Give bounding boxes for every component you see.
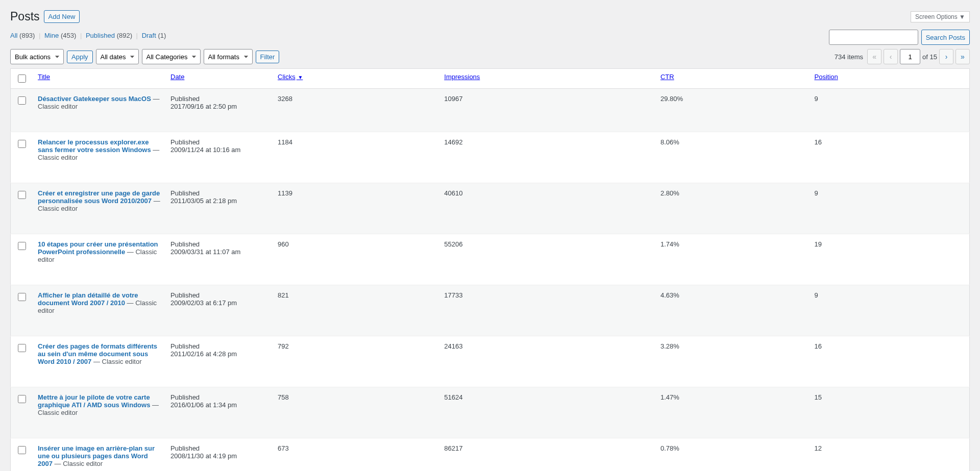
page-current-input[interactable] [900, 49, 920, 64]
row-checkbox[interactable] [18, 293, 26, 301]
search-input[interactable] [829, 30, 918, 45]
table-row: Insérer une image en arrière-plan sur un… [11, 438, 970, 472]
categories-select[interactable]: All Categories [142, 49, 201, 64]
post-status: Published [170, 291, 267, 299]
post-status: Published [170, 95, 267, 103]
post-title-link[interactable]: Mettre à jour le pilote de votre carte g… [38, 393, 150, 409]
post-date: 2008/11/30 at 4:19 pm [170, 452, 267, 460]
post-position: 15 [809, 387, 969, 438]
post-status: Published [170, 138, 267, 146]
filter-all[interactable]: All [10, 32, 17, 39]
post-position: 16 [809, 132, 969, 183]
table-row: Créer et enregistrer une page de garde p… [11, 183, 970, 234]
row-checkbox[interactable] [18, 446, 26, 454]
post-position: 9 [809, 285, 969, 336]
post-title-link[interactable]: Afficher le plan détaillé de votre docum… [38, 291, 138, 307]
row-checkbox[interactable] [18, 140, 26, 148]
col-position[interactable]: Position [814, 73, 838, 81]
post-status: Published [170, 240, 267, 248]
editor-suffix: — Classic editor [53, 460, 103, 467]
post-impressions: 24163 [439, 336, 655, 387]
formats-select[interactable]: All formats [204, 49, 253, 64]
items-count: 734 items [835, 53, 863, 61]
post-clicks: 758 [273, 387, 439, 438]
screen-options-button[interactable]: Screen Options ▼ [911, 11, 970, 22]
post-impressions: 55206 [439, 234, 655, 285]
filter-mine[interactable]: Mine [44, 32, 59, 39]
post-date: 2009/02/03 at 6:17 pm [170, 299, 267, 307]
select-all-checkbox[interactable] [18, 75, 26, 83]
post-ctr: 3.28% [655, 336, 810, 387]
table-row: Créer des pages de formats différents au… [11, 336, 970, 387]
row-checkbox[interactable] [18, 96, 26, 105]
post-impressions: 40610 [439, 183, 655, 234]
post-clicks: 821 [273, 285, 439, 336]
post-date: 2011/03/05 at 2:18 pm [170, 197, 267, 205]
post-ctr: 1.47% [655, 387, 810, 438]
post-clicks: 960 [273, 234, 439, 285]
post-date: 2011/02/16 at 4:28 pm [170, 350, 267, 358]
post-clicks: 1184 [273, 132, 439, 183]
editor-suffix: — Classic editor [91, 358, 141, 365]
post-clicks: 792 [273, 336, 439, 387]
table-row: Relancer le processus explorer.exe sans … [11, 132, 970, 183]
row-checkbox[interactable] [18, 395, 26, 403]
post-clicks: 673 [273, 438, 439, 472]
post-title-link[interactable]: Relancer le processus explorer.exe sans … [38, 138, 151, 154]
apply-button[interactable]: Apply [67, 51, 93, 63]
table-row: Afficher le plan détaillé de votre docum… [11, 285, 970, 336]
post-impressions: 14692 [439, 132, 655, 183]
sort-desc-icon: ▼ [297, 75, 303, 80]
search-button[interactable]: Search Posts [921, 30, 970, 45]
row-checkbox[interactable] [18, 191, 26, 199]
col-impressions[interactable]: Impressions [444, 73, 480, 81]
post-clicks: 3268 [273, 89, 439, 132]
post-ctr: 29.80% [655, 89, 810, 132]
filter-published[interactable]: Published [86, 32, 115, 39]
post-title-link[interactable]: Désactiver Gatekeeper sous MacOS [38, 95, 151, 103]
post-ctr: 2.80% [655, 183, 810, 234]
col-ctr[interactable]: CTR [660, 73, 674, 81]
table-row: Mettre à jour le pilote de votre carte g… [11, 387, 970, 438]
post-date: 2016/01/06 at 1:34 pm [170, 401, 267, 409]
post-impressions: 10967 [439, 89, 655, 132]
post-impressions: 86217 [439, 438, 655, 472]
filter-draft[interactable]: Draft [142, 32, 156, 39]
post-position: 9 [809, 89, 969, 132]
post-impressions: 17733 [439, 285, 655, 336]
page-prev: ‹ [884, 49, 898, 64]
post-ctr: 0.78% [655, 438, 810, 472]
add-new-button[interactable]: Add New [44, 10, 80, 23]
post-position: 12 [809, 438, 969, 472]
post-status: Published [170, 393, 267, 401]
row-checkbox[interactable] [18, 344, 26, 352]
col-clicks[interactable]: Clicks ▼ [278, 73, 303, 81]
post-status: Published [170, 444, 267, 452]
col-date[interactable]: Date [170, 73, 184, 81]
post-date: 2009/03/31 at 11:07 am [170, 248, 267, 256]
page-of-label: of 15 [922, 53, 937, 61]
page-next[interactable]: › [939, 49, 953, 64]
page-last[interactable]: » [955, 49, 970, 64]
filter-button[interactable]: Filter [256, 51, 280, 63]
post-clicks: 1139 [273, 183, 439, 234]
post-date: 2017/09/16 at 2:50 pm [170, 103, 267, 110]
post-ctr: 4.63% [655, 285, 810, 336]
table-row: 10 étapes pour créer une présentation Po… [11, 234, 970, 285]
posts-table: Title Date Clicks ▼ Impressions CTR Posi… [10, 68, 970, 471]
post-ctr: 8.06% [655, 132, 810, 183]
page-title: Posts [10, 10, 40, 23]
status-filter-links: All (893) | Mine (453) | Published (892)… [10, 32, 166, 39]
post-date: 2009/11/24 at 10:16 am [170, 146, 267, 154]
dates-select[interactable]: All dates [96, 49, 139, 64]
post-ctr: 1.74% [655, 234, 810, 285]
post-status: Published [170, 189, 267, 197]
row-checkbox[interactable] [18, 242, 26, 250]
bulk-actions-select[interactable]: Bulk actions [10, 49, 64, 64]
post-title-link[interactable]: Créer et enregistrer une page de garde p… [38, 189, 160, 205]
post-position: 19 [809, 234, 969, 285]
table-row: Désactiver Gatekeeper sous MacOS — Class… [11, 89, 970, 132]
post-impressions: 51624 [439, 387, 655, 438]
col-title[interactable]: Title [38, 73, 50, 81]
post-position: 16 [809, 336, 969, 387]
